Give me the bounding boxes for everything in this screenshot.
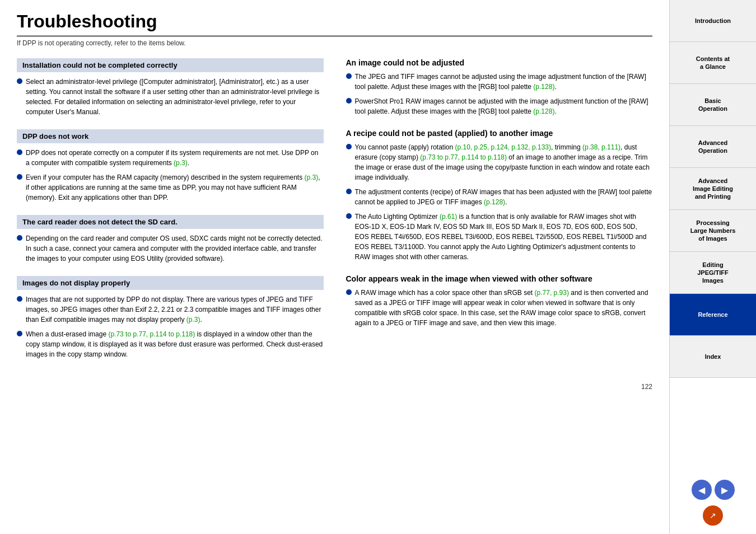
bullet-icon (346, 289, 352, 295)
list-item: Select an administrator-level privilege … (17, 77, 324, 117)
bullet-icon (17, 331, 22, 336)
section-header-images-display: Images do not display properly (17, 276, 324, 290)
list-item: The JPEG and TIFF images cannot be adjus… (346, 72, 653, 92)
list-item: When a dust-erased image (p.73 to p.77, … (17, 329, 324, 359)
next-page-button[interactable]: ▶ (715, 480, 735, 500)
recipe-bullets: You cannot paste (apply) rotation (p.10,… (346, 142, 653, 262)
bullet-icon (346, 189, 352, 194)
bullet-icon (17, 296, 22, 302)
bullet-icon (17, 78, 22, 84)
sidebar-item-label: ProcessingLarge Numbersof Images (690, 219, 736, 243)
page-number: 122 (17, 383, 652, 391)
bullet-icon (17, 235, 22, 241)
section-header-installation: Installation could not be completed corr… (17, 58, 324, 72)
sidebar-item-index[interactable]: Index (670, 336, 756, 378)
color-weak-bullets: A RAW image which has a color space othe… (346, 288, 653, 328)
two-column-layout: Installation could not be completed corr… (17, 58, 652, 372)
sidebar-item-label: Introduction (695, 17, 731, 25)
right-column: An image could not be adjusted The JPEG … (346, 58, 653, 372)
sidebar-item-label: AdvancedImage Editingand Printing (693, 177, 733, 201)
sidebar-item-advanced-image-editing[interactable]: AdvancedImage Editingand Printing (670, 168, 756, 210)
page-subtitle: If DPP is not operating correctly, refer… (17, 39, 652, 47)
bullet-text: Images that are not supported by DPP do … (26, 294, 324, 325)
list-item: PowerShot Pro1 RAW images cannot be adju… (346, 96, 653, 116)
sidebar-item-label: Contents ata Glance (696, 55, 730, 71)
sidebar-item-editing-jpeg-tiff[interactable]: EditingJPEG/TIFFImages (670, 252, 756, 294)
sidebar-item-label: BasicOperation (698, 97, 727, 113)
sidebar-item-reference[interactable]: Reference (670, 294, 756, 336)
section-installation: Installation could not be completed corr… (17, 58, 324, 117)
installation-bullets: Select an administrator-level privilege … (17, 77, 324, 117)
sidebar-item-label: Index (705, 353, 721, 360)
bullet-icon (17, 149, 22, 155)
section-header-dpp: DPP does not work (17, 129, 324, 143)
section-card-reader: The card reader does not detect the SD c… (17, 215, 324, 264)
bullet-icon (346, 213, 352, 219)
left-column: Installation could not be completed corr… (17, 58, 324, 372)
list-item: The adjustment contents (recipe) of RAW … (346, 187, 653, 207)
bullet-text: When a dust-erased image (p.73 to p.77, … (26, 329, 324, 359)
bullet-text: You cannot paste (apply) rotation (p.10,… (355, 142, 653, 182)
bullet-icon (346, 144, 352, 149)
section-recipe-not-pasted: A recipe could not be pasted (applied) t… (346, 129, 653, 262)
bullet-text: Depending on the card reader and compute… (26, 233, 324, 264)
prev-page-button[interactable]: ◀ (692, 480, 712, 500)
bullet-text: DPP does not operate correctly on a comp… (26, 148, 324, 168)
bullet-text: Even if your computer has the RAM capaci… (26, 172, 324, 203)
bullet-text: PowerShot Pro1 RAW images cannot be adju… (355, 96, 653, 116)
sidebar-bottom: ◀ ▶ ↗ (670, 378, 756, 534)
sidebar-item-processing-large[interactable]: ProcessingLarge Numbersof Images (670, 210, 756, 252)
list-item: The Auto Lighting Optimizer (p.61) is a … (346, 212, 653, 262)
sidebar-item-basic-operation[interactable]: BasicOperation (670, 84, 756, 126)
bullet-text: Select an administrator-level privilege … (26, 77, 324, 117)
sidebar-item-label: Reference (698, 311, 727, 318)
list-item: A RAW image which has a color space othe… (346, 288, 653, 328)
list-item: DPP does not operate correctly on a comp… (17, 148, 324, 168)
page-title: Troubleshooting (17, 11, 652, 37)
bullet-text: The adjustment contents (recipe) of RAW … (355, 187, 653, 207)
list-item: Depending on the card reader and compute… (17, 233, 324, 264)
card-reader-bullets: Depending on the card reader and compute… (17, 233, 324, 264)
bullet-icon (346, 73, 352, 79)
sidebar-item-label: AdvancedOperation (698, 139, 728, 155)
bullet-text: A RAW image which has a color space othe… (355, 288, 653, 328)
section-dpp-not-work: DPP does not work DPP does not operate c… (17, 129, 324, 203)
section-color-weak: Color appears weak in the image when vie… (346, 274, 653, 328)
bullet-text: The Auto Lighting Optimizer (p.61) is a … (355, 212, 653, 262)
section-image-not-adjusted: An image could not be adjusted The JPEG … (346, 58, 653, 116)
bullet-icon (346, 98, 352, 104)
sidebar-item-label: EditingJPEG/TIFFImages (697, 261, 729, 285)
section-title-recipe: A recipe could not be pasted (applied) t… (346, 129, 653, 138)
list-item: Images that are not supported by DPP do … (17, 294, 324, 325)
dpp-bullets: DPP does not operate correctly on a comp… (17, 148, 324, 203)
bullet-icon (17, 174, 22, 180)
sidebar-item-advanced-operation[interactable]: AdvancedOperation (670, 126, 756, 168)
nav-arrows: ◀ ▶ (692, 480, 735, 500)
section-header-card-reader: The card reader does not detect the SD c… (17, 215, 324, 229)
section-title-image-adjusted: An image could not be adjusted (346, 58, 653, 67)
bullet-text: The JPEG and TIFF images cannot be adjus… (355, 72, 653, 92)
list-item: Even if your computer has the RAM capaci… (17, 172, 324, 203)
jump-button[interactable]: ↗ (703, 505, 723, 526)
list-item: You cannot paste (apply) rotation (p.10,… (346, 142, 653, 182)
image-adjusted-bullets: The JPEG and TIFF images cannot be adjus… (346, 72, 653, 116)
images-display-bullets: Images that are not supported by DPP do … (17, 294, 324, 359)
main-content: Troubleshooting If DPP is not operating … (0, 0, 669, 534)
section-images-display: Images do not display properly Images th… (17, 276, 324, 359)
sidebar: Introduction Contents ata Glance BasicOp… (669, 0, 756, 534)
sidebar-item-contents-at-glance[interactable]: Contents ata Glance (670, 42, 756, 84)
section-title-color-weak: Color appears weak in the image when vie… (346, 274, 653, 283)
sidebar-item-introduction[interactable]: Introduction (670, 0, 756, 42)
